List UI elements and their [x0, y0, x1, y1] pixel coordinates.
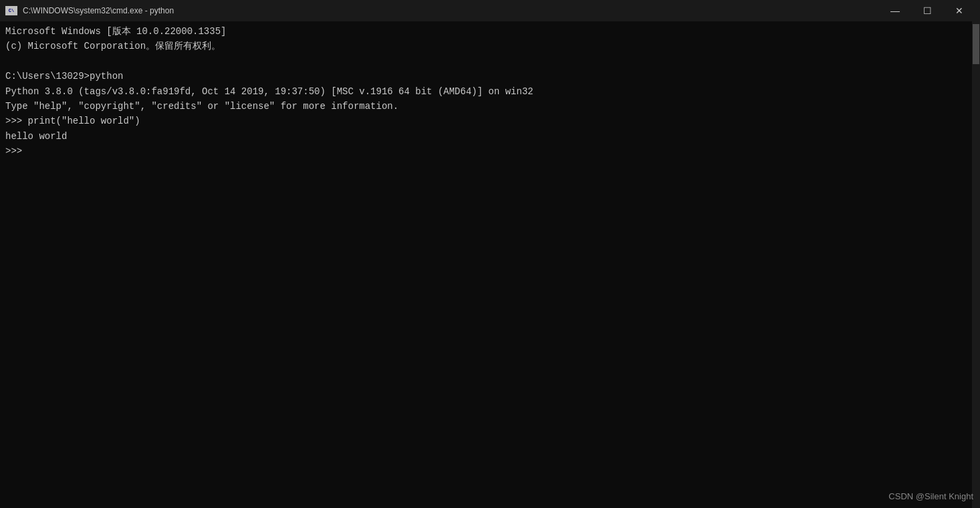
minimize-button[interactable]: — — [880, 0, 910, 21]
terminal-line-1: Microsoft Windows [版本 10.0.22000.1335] — [5, 26, 226, 37]
title-bar: C:\WINDOWS\system32\cmd.exe - python — ☐… — [0, 0, 980, 21]
terminal-line-5: Python 3.8.0 (tags/v3.8.0:fa919fd, Oct 1… — [5, 86, 533, 97]
window-controls: — ☐ ✕ — [880, 0, 975, 21]
terminal-line-6: Type "help", "copyright", "credits" or "… — [5, 101, 398, 112]
content-area: Microsoft Windows [版本 10.0.22000.1335] (… — [0, 21, 980, 508]
scrollbar[interactable] — [972, 21, 980, 508]
maximize-button[interactable]: ☐ — [912, 0, 943, 21]
close-button[interactable]: ✕ — [944, 0, 975, 21]
watermark: CSDN @Silent Knight — [888, 491, 973, 501]
window-title: C:\WINDOWS\system32\cmd.exe - python — [23, 6, 174, 15]
scrollbar-thumb[interactable] — [973, 24, 979, 64]
terminal-output[interactable]: Microsoft Windows [版本 10.0.22000.1335] (… — [0, 21, 972, 508]
terminal-line-4: C:\Users\13029>python — [5, 71, 123, 82]
title-bar-left: C:\WINDOWS\system32\cmd.exe - python — [5, 6, 174, 15]
terminal-line-3 — [5, 56, 11, 67]
cmd-window: C:\WINDOWS\system32\cmd.exe - python — ☐… — [0, 0, 980, 508]
terminal-line-9: >>> — [5, 146, 28, 156]
terminal-line-2: (c) Microsoft Corporation。保留所有权利。 — [5, 41, 221, 51]
terminal-line-8: hello world — [5, 131, 67, 142]
cmd-app-icon — [5, 6, 17, 15]
terminal-line-7: >>> print("hello world") — [5, 116, 140, 126]
